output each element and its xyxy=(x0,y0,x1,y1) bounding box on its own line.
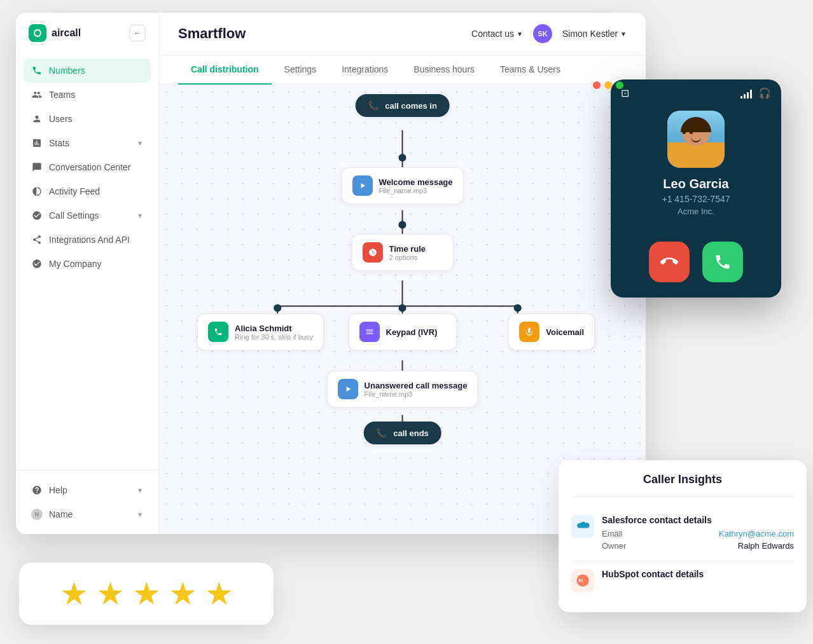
tab-business-hours[interactable]: Business hours xyxy=(401,55,487,85)
contact-us-button[interactable]: Contact us ▼ xyxy=(471,29,523,39)
main-content: Smartflow Contact us ▼ SK Simon Kestler … xyxy=(159,13,646,534)
hubspot-logo: H xyxy=(571,569,594,592)
salesforce-logo xyxy=(571,515,594,538)
caller-phone: +1 415-732-7547 xyxy=(662,194,730,204)
hubspot-section: H HubSpot contact details xyxy=(571,561,794,599)
svg-point-11 xyxy=(398,154,406,161)
sidebar-nav: Numbers Teams Users Stats ▼ xyxy=(16,53,158,470)
caller-company: Acme Inc. xyxy=(678,207,714,216)
sidebar-item-teams[interactable]: Teams xyxy=(24,83,151,107)
sidebar-item-integrations-label: Integrations And API xyxy=(49,235,130,245)
sidebar-item-stats[interactable]: Stats ▼ xyxy=(24,131,151,155)
salesforce-owner-row: Owner Ralph Edwards xyxy=(602,541,794,551)
caller-insights-overlay: Caller Insights Salesforce contact detai… xyxy=(559,460,807,612)
insights-title: Caller Insights xyxy=(571,473,794,497)
svg-text:H: H xyxy=(579,577,583,584)
sidebar-item-my-company[interactable]: My Company xyxy=(24,252,151,276)
call-actions xyxy=(611,231,781,298)
page-title: Smartflow xyxy=(178,25,246,42)
svg-point-13 xyxy=(398,304,406,312)
tabs: Call distribution Settings Integrations … xyxy=(159,55,646,85)
teams-icon xyxy=(31,89,43,100)
node-unanswered-call-message[interactable]: Unanswered call message File_name.mp3 xyxy=(327,371,478,408)
conversation-icon xyxy=(31,161,43,173)
sidebar-item-name-label: Name xyxy=(49,509,73,519)
svg-point-12 xyxy=(398,221,406,229)
call-settings-icon xyxy=(31,210,43,221)
header-right: Contact us ▼ SK Simon Kestler ▼ xyxy=(471,24,627,43)
app-container: aircall ← Numbers Teams Users xyxy=(16,13,646,534)
accept-call-button[interactable] xyxy=(702,242,743,282)
star-1[interactable]: ★ xyxy=(60,575,88,612)
node-welcome-message[interactable]: Welcome message File_name.mp3 xyxy=(341,167,463,204)
star-5[interactable]: ★ xyxy=(205,575,233,612)
salesforce-section: Salesforce contact details Email Kathryn… xyxy=(571,507,794,561)
sidebar-item-users-label: Users xyxy=(49,114,73,124)
sidebar-item-numbers-label: Numbers xyxy=(49,65,85,76)
star-4[interactable]: ★ xyxy=(169,575,197,612)
app-logo-text: aircall xyxy=(52,27,81,39)
sidebar-item-help-label: Help xyxy=(49,485,67,495)
main-header: Smartflow Contact us ▼ SK Simon Kestler … xyxy=(159,13,646,55)
tab-settings[interactable]: Settings xyxy=(272,55,330,85)
window-minimize-button[interactable] xyxy=(604,81,612,89)
user-avatar: SK xyxy=(533,24,552,43)
headphone-icon: 🎧 xyxy=(758,87,771,99)
sidebar-item-integrations[interactable]: Integrations And API xyxy=(24,228,151,252)
sidebar-item-call-settings[interactable]: Call Settings ▼ xyxy=(24,203,151,228)
sidebar-bottom: Help ▼ N Name ▼ xyxy=(16,470,158,534)
node-voicemail[interactable]: Voicemail xyxy=(508,313,595,350)
node-alicia-schmidt[interactable]: Alicia Schmidt Ring for 30 s, skip if bu… xyxy=(197,313,324,350)
sidebar-item-users[interactable]: Users xyxy=(24,107,151,131)
caller-avatar xyxy=(667,111,725,168)
stats-arrow: ▼ xyxy=(137,140,143,147)
back-button[interactable]: ← xyxy=(129,25,146,41)
sidebar-item-numbers[interactable]: Numbers xyxy=(24,58,151,83)
sidebar-logo: aircall ← xyxy=(16,13,158,53)
node-time-rule[interactable]: Time rule 2 options xyxy=(352,234,454,271)
node-keypad-ivr[interactable]: Keypad (IVR) xyxy=(349,313,457,350)
stats-icon xyxy=(31,137,43,149)
salesforce-email-row: Email Kathryn@acme.com xyxy=(602,529,794,538)
star-2[interactable]: ★ xyxy=(96,575,125,612)
tab-teams-users[interactable]: Teams & Users xyxy=(487,55,573,85)
tab-call-distribution[interactable]: Call distribution xyxy=(178,55,272,85)
star-3[interactable]: ★ xyxy=(132,575,161,612)
svg-point-15 xyxy=(514,304,522,312)
app-logo-icon xyxy=(29,24,46,42)
window-maximize-button[interactable] xyxy=(616,81,623,89)
caller-info: Leo Garcia +1 415-732-7547 Acme Inc. xyxy=(611,104,781,231)
activity-icon xyxy=(31,186,43,197)
phone-icon xyxy=(31,65,43,76)
window-close-button[interactable] xyxy=(593,81,601,89)
node-call-comes-in[interactable]: 📞 call comes in xyxy=(355,94,450,117)
window-controls xyxy=(593,81,623,89)
user-name: Simon Kestler ▼ xyxy=(562,29,627,39)
integrations-icon xyxy=(31,234,43,245)
sidebar-item-stats-label: Stats xyxy=(49,138,69,148)
sidebar-item-conversation-center[interactable]: Conversation Center xyxy=(24,155,151,179)
sidebar: aircall ← Numbers Teams Users xyxy=(16,13,159,534)
sidebar-item-name[interactable]: N Name ▼ xyxy=(24,502,151,526)
svg-point-14 xyxy=(274,304,281,312)
call-settings-arrow: ▼ xyxy=(137,212,143,219)
call-overlay: ⊡ 🎧 xyxy=(611,79,781,298)
sidebar-item-activity-feed[interactable]: Activity Feed xyxy=(24,179,151,203)
company-icon xyxy=(31,258,43,270)
tab-integrations[interactable]: Integrations xyxy=(329,55,401,85)
sidebar-item-teams-label: Teams xyxy=(49,90,75,100)
avatar-icon: N xyxy=(31,509,43,520)
signal-bars-icon xyxy=(740,88,752,99)
user-icon xyxy=(31,113,43,125)
sidebar-item-activity-label: Activity Feed xyxy=(49,186,100,196)
help-icon xyxy=(31,484,43,496)
decline-call-button[interactable] xyxy=(649,242,690,282)
sidebar-item-company-label: My Company xyxy=(49,259,101,269)
sidebar-item-conversation-label: Conversation Center xyxy=(49,162,130,172)
sidebar-item-call-settings-label: Call Settings xyxy=(49,210,99,221)
node-call-ends[interactable]: 📞 call ends xyxy=(363,421,441,444)
call-top-bar: ⊡ 🎧 xyxy=(611,79,781,104)
sidebar-item-help[interactable]: Help ▼ xyxy=(24,478,151,502)
caller-name: Leo Garcia xyxy=(663,177,728,191)
stars-overlay: ★ ★ ★ ★ ★ xyxy=(19,563,274,625)
